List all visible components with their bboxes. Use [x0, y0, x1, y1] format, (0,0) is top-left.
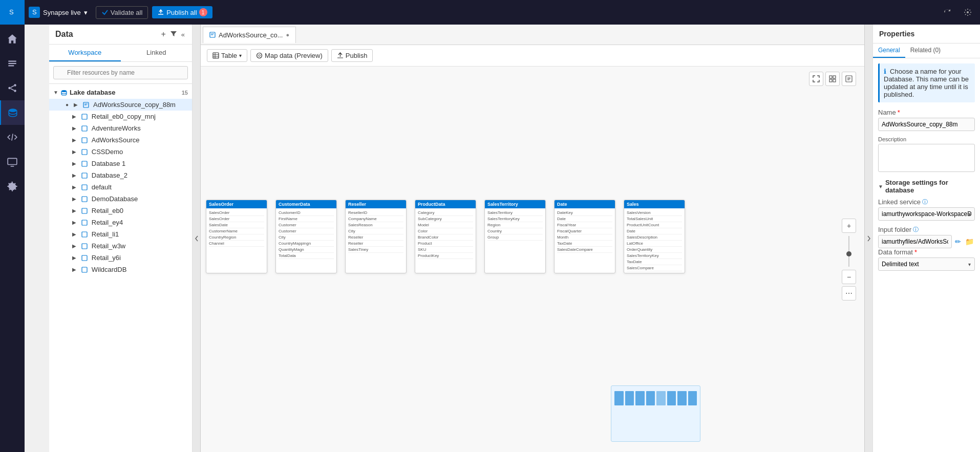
- tree-item-label-1: Retail_eb0_copy_mnj: [92, 113, 156, 120]
- tree-item-8[interactable]: ▶ DemoDatabase: [49, 193, 192, 205]
- tree-item-4[interactable]: ▶ CSSDemo: [49, 146, 192, 158]
- table-card-date[interactable]: Date DateKey Date FiscalYear FiscalQuart…: [554, 200, 615, 273]
- storage-section-header: ▼ Storage settings for database: [878, 179, 975, 194]
- tree-item-2[interactable]: ▶ AdventureWorks: [49, 122, 192, 134]
- svg-point-10: [9, 109, 16, 112]
- brand-chevron[interactable]: ▾: [84, 9, 88, 16]
- properties-expand-button[interactable]: [864, 25, 872, 452]
- tree-item-7[interactable]: ▶ default: [49, 181, 192, 193]
- settings-button[interactable]: [960, 4, 976, 20]
- table-card-productdata[interactable]: ProductData Category SubCategory Model C…: [415, 200, 476, 273]
- expand-icon-12: ▶: [72, 243, 76, 249]
- expand-icon-4: ▶: [72, 149, 76, 155]
- table-card-customerdata[interactable]: CustomerData CustomerID FirstName Custom…: [275, 200, 337, 273]
- mini-block-1: [614, 391, 624, 405]
- tree-item-label-13: Retail_y6i: [92, 254, 121, 262]
- linked-service-select[interactable]: iamurthyworkspace-WorkspaceDef...: [878, 207, 975, 221]
- props-tab-general[interactable]: General: [873, 44, 905, 58]
- canvas-info-button[interactable]: [842, 72, 856, 86]
- linked-service-label: Linked service ⓘ: [878, 198, 975, 206]
- table-caret[interactable]: ▾: [239, 53, 242, 58]
- svg-rect-30: [82, 208, 87, 213]
- props-tab-related[interactable]: Related (0): [905, 44, 946, 58]
- top-bar: S Synapse live ▾ Validate all Publish al…: [25, 0, 980, 25]
- sidebar-title: Data: [55, 30, 156, 39]
- tree-item-9[interactable]: ▶ Retail_eb0: [49, 205, 192, 217]
- add-button[interactable]: +: [160, 29, 166, 40]
- svg-line-8: [11, 86, 14, 88]
- nav-home[interactable]: [0, 27, 25, 51]
- canvas-expand-button[interactable]: [809, 72, 823, 86]
- nav-integrate[interactable]: [0, 76, 25, 100]
- tree-item-3[interactable]: ▶ AdWorksSource: [49, 134, 192, 146]
- collapse-sidebar-button[interactable]: «: [180, 29, 186, 40]
- lake-db-section[interactable]: ▼ Lake database 15: [49, 86, 192, 99]
- brand-area: S Synapse live ▾: [29, 7, 88, 18]
- table-card-salesorder[interactable]: SalesOrder SalesOrder SalesOrder SalesDa…: [206, 200, 267, 273]
- mini-map-content: [611, 386, 700, 411]
- brand-label: Synapse live: [43, 9, 81, 16]
- zoom-out-button[interactable]: −: [842, 270, 856, 284]
- refresh-button[interactable]: [939, 4, 955, 20]
- publish-button[interactable]: Publish: [331, 49, 373, 62]
- expand-icon-6: ▶: [72, 173, 76, 178]
- tree-item-label-14: WildcardDB: [92, 266, 127, 273]
- lake-db-count: 15: [182, 90, 188, 96]
- name-input[interactable]: [878, 118, 975, 131]
- tree-item-12[interactable]: ▶ Retail_w3w: [49, 240, 192, 252]
- input-folder-input[interactable]: [878, 235, 952, 248]
- tab-close-0[interactable]: ●: [286, 32, 289, 38]
- table-card-sales[interactable]: Sales SalesVersion TotalSalesUnit Produc…: [624, 200, 685, 273]
- canvas-more-button[interactable]: ⋯: [842, 286, 856, 300]
- nav-develop[interactable]: [0, 125, 25, 149]
- tree-item-0[interactable]: ● ▶ AdWorksSource_copy_88m: [49, 99, 192, 111]
- svg-rect-39: [213, 53, 219, 58]
- data-format-label: Data format *: [878, 248, 975, 256]
- canvas-controls: + − ⋯: [842, 219, 856, 300]
- tree-item-1[interactable]: ▶ Retail_eb0_copy_mnj: [49, 111, 192, 122]
- zoom-slider-track[interactable]: [848, 236, 849, 267]
- nav-data[interactable]: [0, 100, 25, 125]
- tree-item-label-12: Retail_w3w: [92, 242, 125, 250]
- tree-item-6[interactable]: ▶ Database_2: [49, 169, 192, 181]
- search-input[interactable]: [53, 66, 188, 79]
- publish-all-button[interactable]: Publish all 1: [152, 6, 212, 18]
- svg-rect-47: [833, 79, 836, 82]
- tab-linked[interactable]: Linked: [121, 45, 193, 61]
- expand-icon-14: ▶: [72, 267, 76, 272]
- nav-manage[interactable]: [0, 174, 25, 199]
- card-header-date: Date: [555, 200, 615, 208]
- svg-rect-28: [82, 185, 87, 190]
- table-card-salesterritory[interactable]: SalesTerritory SalesTerritory SalesTerri…: [484, 200, 546, 273]
- input-folder-browse-button[interactable]: 📁: [964, 236, 975, 247]
- map-data-button[interactable]: Map data (Preview): [250, 49, 328, 62]
- sidebar-collapse-button[interactable]: [193, 25, 201, 452]
- table-button[interactable]: Table ▾: [207, 49, 247, 62]
- lake-db-label: Lake database: [70, 89, 116, 96]
- tree-item-label-2: AdventureWorks: [92, 124, 141, 132]
- description-textarea[interactable]: [878, 144, 975, 172]
- tree-item-14[interactable]: ▶ WildcardDB: [49, 264, 192, 275]
- data-format-select[interactable]: Delimited text Parquet JSON ORC: [878, 257, 975, 271]
- props-header: Properties: [873, 25, 980, 44]
- validate-all-button[interactable]: Validate all: [96, 6, 148, 19]
- tab-workspace[interactable]: Workspace: [49, 45, 121, 61]
- tree-item-13[interactable]: ▶ Retail_y6i: [49, 252, 192, 264]
- tab-item-0[interactable]: AdWorksSource_co... ●: [203, 27, 296, 43]
- card-body-customerdata: CustomerID FirstName Customer Customer C…: [276, 208, 336, 261]
- expand-icon-8: ▶: [72, 196, 76, 202]
- table-card-reseller[interactable]: Reseller ResellerID CompanyName SalesRea…: [345, 200, 407, 273]
- input-folder-edit-button[interactable]: ✏: [954, 236, 962, 247]
- tree-item-11[interactable]: ▶ Retail_li1: [49, 228, 192, 240]
- filter-button[interactable]: [169, 29, 178, 40]
- nav-activity[interactable]: [0, 51, 25, 76]
- nav-monitor[interactable]: [0, 149, 25, 174]
- tree-item-5[interactable]: ▶ Database 1: [49, 158, 192, 169]
- tree-item-10[interactable]: ▶ Retail_ey4: [49, 217, 192, 228]
- canvas-layout-button[interactable]: [825, 72, 840, 86]
- svg-text:S: S: [32, 9, 37, 16]
- tree-item-label-4: CSSDemo: [92, 148, 123, 156]
- expand-icon-10: ▶: [72, 220, 76, 225]
- zoom-in-button[interactable]: +: [842, 219, 856, 233]
- expand-icon-13: ▶: [72, 255, 76, 261]
